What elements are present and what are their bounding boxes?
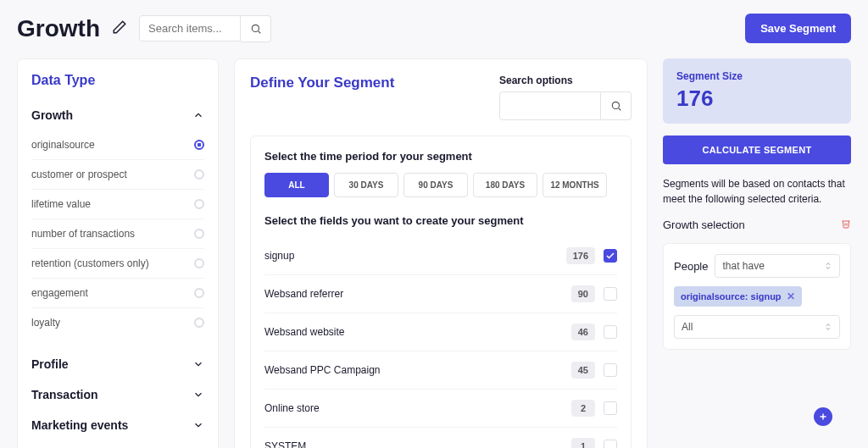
plus-icon [818,412,828,422]
count-badge: 2 [571,400,595,417]
sidebar-group-label: Marketing events [31,418,128,432]
sidebar-group-label: Transaction [31,388,98,401]
svg-point-0 [252,25,259,31]
time-tab-30days[interactable]: 30 DAYS [334,173,398,197]
radio-icon [194,258,204,268]
checkbox[interactable] [604,440,617,448]
sidebar-item-label: engagement [31,287,88,299]
field-row-ppc[interactable]: Websand PPC Campaign 45 [264,351,617,390]
page-title: Growth [17,15,100,42]
field-row-system[interactable]: SYSTEM 1 [264,428,617,448]
checkbox[interactable] [604,401,617,415]
sidebar-group-growth[interactable]: Growth [31,100,204,130]
sidebar-item-engagement[interactable]: engagement [31,279,204,308]
sidebar-group-marketing-events[interactable]: Marketing events [31,410,204,440]
chevron-down-icon [192,419,204,431]
filter-chip[interactable]: originalsource: signup ✕ [674,286,802,307]
chip-label: originalsource: signup [681,291,782,301]
fields-label: Select the fields you want to create you… [264,214,617,227]
time-tab-all[interactable]: ALL [264,173,329,197]
checkbox[interactable] [604,363,617,377]
field-row-referrer[interactable]: Websand referrer 90 [264,275,617,313]
count-badge: 1 [571,438,595,448]
field-row-website[interactable]: Websand website 46 [264,313,617,351]
svg-line-3 [618,108,620,111]
count-badge: 90 [571,285,595,302]
sidebar-group-label: Growth [31,108,73,122]
criteria-description: Segments will be based on contacts that … [663,176,851,207]
radio-icon [194,199,204,209]
sidebar-title: Data Type [31,73,204,88]
sidebar-item-label: retention (customers only) [31,257,149,269]
search-button[interactable] [241,15,271,42]
sidebar-item-retention[interactable]: retention (customers only) [31,249,204,279]
chevron-down-icon [192,358,204,370]
chevron-down-icon [192,389,204,401]
search-icon [250,23,262,35]
sidebar-item-transactions[interactable]: number of transactions [31,219,204,249]
field-row-signup[interactable]: signup 176 [264,237,617,275]
criteria-box: People that have originalsource: signup … [663,243,851,350]
radio-icon [194,318,204,328]
radio-icon [194,229,204,239]
sidebar-group-profile[interactable]: Profile [31,349,204,379]
sidebar-group-transaction[interactable]: Transaction [31,379,204,410]
sidebar-item-customer-prospect[interactable]: customer or prospect [31,160,204,190]
calculate-segment-button[interactable]: CALCULATE SEGMENT [663,136,851,164]
trash-icon[interactable] [841,218,851,231]
sidebar-item-label: loyalty [31,317,60,329]
search-options-button[interactable] [601,91,632,120]
people-select[interactable]: that have [715,254,840,278]
updown-icon [824,260,832,272]
field-label: Websand PPC Campaign [264,364,571,376]
radio-icon [194,140,204,150]
sidebar-item-label: number of transactions [31,228,135,240]
time-tab-90days[interactable]: 90 DAYS [403,173,468,197]
segment-size-box: Segment Size 176 [663,58,851,124]
checkbox[interactable] [604,287,617,301]
checkbox[interactable] [604,325,617,339]
segment-size-value: 176 [676,86,837,112]
field-label: signup [264,250,566,262]
sidebar-group-label: Profile [31,357,69,371]
sidebar-item-label: customer or prospect [31,169,127,180]
search-options-label: Search options [499,75,632,86]
people-label: People [674,260,708,273]
search-icon [610,100,622,112]
time-tab-12months[interactable]: 12 MONTHS [542,173,607,197]
save-segment-button[interactable]: Save Segment [745,14,851,43]
close-icon[interactable]: ✕ [787,290,795,302]
field-label: Websand website [264,326,571,338]
time-tab-180days[interactable]: 180 DAYS [473,173,537,197]
sidebar-item-originalsource[interactable]: originalsource [31,130,204,160]
sidebar: Data Type Growth originalsource customer… [17,58,219,448]
chevron-up-icon [192,109,204,121]
sidebar-item-label: lifetime value [31,198,91,210]
main-title: Define Your Segment [250,75,394,91]
count-badge: 176 [566,247,595,264]
count-badge: 46 [571,324,595,340]
edit-icon[interactable] [112,19,127,38]
segment-size-label: Segment Size [676,70,837,82]
sidebar-item-loyalty[interactable]: loyalty [31,308,204,337]
all-select[interactable]: All [674,315,840,339]
sidebar-item-label: originalsource [31,139,95,151]
field-label: SYSTEM [264,440,571,448]
radio-icon [194,169,204,180]
field-row-online-store[interactable]: Online store 2 [264,390,617,428]
count-badge: 45 [571,362,595,379]
updown-icon [824,321,832,333]
search-input[interactable] [139,15,241,41]
field-label: Websand referrer [264,288,571,300]
main-panel: Define Your Segment Search options Selec… [234,58,648,448]
checkbox[interactable] [604,249,617,263]
add-button[interactable] [814,407,832,426]
search-options-input[interactable] [499,91,601,120]
svg-point-2 [612,102,619,108]
time-period-label: Select the time period for your segment [264,150,617,163]
field-label: Online store [264,402,571,414]
right-panel: Segment Size 176 CALCULATE SEGMENT Segme… [663,58,851,448]
radio-icon [194,288,204,298]
sidebar-item-lifetime-value[interactable]: lifetime value [31,190,204,219]
svg-line-1 [258,30,260,33]
